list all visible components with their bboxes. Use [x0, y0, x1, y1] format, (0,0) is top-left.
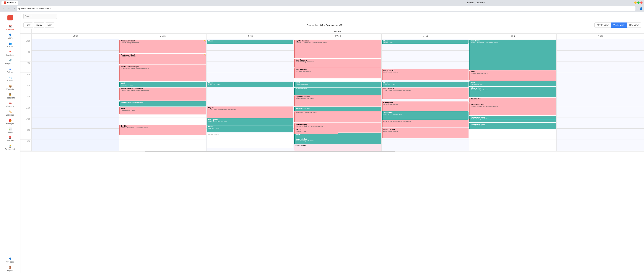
- appointment[interactable]: off with Andrea: [294, 144, 381, 151]
- day-col-tue[interactable]: blank blank Lunch with Andrea Lily Ser 2…: [206, 39, 294, 151]
- apt-name: ALICE FORAY: [383, 69, 468, 71]
- appointment[interactable]: blank Lunch with Andrea: [294, 82, 381, 87]
- maximize-button[interactable]: [637, 2, 640, 4]
- week-view-button[interactable]: Week View: [611, 23, 627, 28]
- apt-desc: Eyelash Tinting with Andrea: [121, 42, 205, 44]
- day-header-fri: 6 Fri: [469, 34, 556, 39]
- sidebar-item-policies[interactable]: ■ Policies: [0, 66, 20, 75]
- sidebar-item-calendar[interactable]: 📅 Calendar: [0, 24, 20, 32]
- apt-desc: Classic – Refill within 3 weeks with And…: [121, 68, 205, 69]
- appointment[interactable]: Nina Juncova Lashlifting with Andrea: [294, 68, 381, 78]
- appointment[interactable]: Anna Tenkata 2D/3D – Refill within 2 wee…: [382, 88, 468, 99]
- day-col-sat[interactable]: [556, 39, 644, 151]
- appointment[interactable]: Eni Ola New set – 2D/3D: [294, 128, 338, 134]
- reload-button[interactable]: ↺: [12, 7, 16, 11]
- day-col-mon[interactable]: ✏️ Paulien van Kloef Eyelash Tinting wit…: [119, 39, 206, 151]
- search-input[interactable]: [24, 14, 57, 19]
- appointment[interactable]: blank treatwell client with Andrea: [470, 70, 556, 81]
- appointment[interactable]: Détanya Vos: [470, 98, 556, 103]
- bookmark-icon[interactable]: ☆: [636, 7, 638, 10]
- appointment[interactable]: blank Lunch with Andrea: [207, 82, 294, 87]
- close-button[interactable]: [640, 2, 642, 4]
- sidebar-item-users[interactable]: 👤 Users: [0, 32, 20, 41]
- day-col-wed[interactable]: Myrthe Huisman New Set – Classic Lash Ex…: [294, 39, 382, 151]
- sidebar-item-treatments[interactable]: 💆 Treatments: [0, 92, 20, 100]
- forward-button[interactable]: →: [7, 7, 11, 11]
- appointment[interactable]: Nynke Oosterhuis Salon Thursdog with And…: [294, 95, 381, 107]
- appointment[interactable]: Masha Bertora Lashlifting with Andrea: [382, 128, 468, 138]
- appointment[interactable]: 2D/3D – Refill within 2 weeks with Andre…: [382, 120, 468, 127]
- appointment[interactable]: Nynke Oosterhuis: [294, 107, 381, 111]
- sidebar-item-products[interactable]: 📦 Products: [0, 83, 20, 92]
- appointment[interactable]: Eni Ola 2D/3D – Refill within 3 weeks wi…: [120, 125, 206, 135]
- appointment[interactable]: off with Andrea: [207, 133, 294, 148]
- apt-name: ZOE FLEER: [383, 112, 468, 114]
- appointment[interactable]: ZOE FLEER Salon Thursdog with Andrea: [382, 111, 468, 120]
- back-button[interactable]: ←: [2, 7, 6, 11]
- tab-close-button[interactable]: ×: [15, 2, 16, 4]
- profile-icon[interactable]: 👤: [640, 7, 642, 10]
- apt-desc: Lashlifting with Andrea: [383, 104, 468, 105]
- prev-button[interactable]: Prev: [24, 23, 33, 28]
- appointment[interactable]: Barbara de Grooi 2D/3D – Refill within 3…: [470, 103, 556, 115]
- sidebar-item-my-profile[interactable]: 👤 My Profile: [0, 256, 20, 264]
- appointment[interactable]: Kim Ogonda Salon Thursdog with Andrea: [207, 118, 294, 125]
- sidebar-item-clients[interactable]: 👥 Clients: [0, 41, 20, 49]
- sidebar-item-gift-cards[interactable]: 🎴 Gift Cards: [0, 135, 20, 143]
- appointment[interactable]: Cetanya Vos Lashlifting with Andrea: [382, 102, 468, 111]
- search-area: [20, 12, 644, 21]
- appointment[interactable]: ALICE FORAY Lashlifting with Andrea: [382, 69, 468, 80]
- day-col-thu[interactable]: blank Off with Andrea ALICE FORAY Lashli…: [382, 39, 469, 151]
- appointment[interactable]: blank Lunch with Andrea: [120, 82, 206, 87]
- appointment[interactable]: blank Off with Andrea: [382, 40, 468, 44]
- next-button[interactable]: Next: [45, 23, 54, 28]
- today-button[interactable]: Today: [34, 23, 44, 28]
- apt-name: blank: [208, 40, 293, 42]
- appointment[interactable]: blank: [207, 40, 294, 44]
- sidebar-item-coupons[interactable]: 🎟️ Coupons: [0, 100, 20, 109]
- appointment[interactable]: ✏️ Paulien van Kloef Lashlifting with An…: [120, 54, 206, 65]
- sidebar-item-discounts[interactable]: 🏷️ Discounts: [0, 109, 20, 117]
- sidebar-item-locations[interactable]: 📍 Locations: [0, 49, 20, 58]
- day-col-fri[interactable]: Irene Evera Hybrid – Refill within 3 wee…: [469, 39, 556, 151]
- new-tab-button[interactable]: +: [20, 1, 22, 4]
- appointment[interactable]: Pamela Phatsimo Sunstrum: [120, 101, 206, 107]
- apt-name: Nina Juncova: [296, 59, 380, 61]
- minimize-button[interactable]: [634, 2, 636, 4]
- sidebar-item-waiting-list[interactable]: ⏳ Waiting List: [0, 143, 20, 152]
- sidebar-item-packages[interactable]: 🎁 Packages: [0, 117, 20, 126]
- appointment[interactable]: Myrthe Huisman New Set – Classic Lash Ex…: [294, 40, 381, 58]
- appointment[interactable]: blank Treatwell with Andrea: [120, 107, 206, 114]
- sidebar-item-emails[interactable]: ✉️ Emails: [0, 75, 20, 83]
- apt-desc: Lashlifting with Andrea: [296, 70, 380, 72]
- appointment[interactable]: Acampora Alessia Eyelash Tinting with An…: [470, 116, 556, 122]
- sidebar-item-integrations[interactable]: 🔗 Integrations: [0, 58, 20, 66]
- appointment[interactable]: blank Lunch with Andrea: [382, 82, 468, 87]
- month-view-button[interactable]: Month View: [594, 23, 611, 28]
- horizontal-scrollbar[interactable]: [20, 151, 644, 152]
- appointment[interactable]: blank OFF with Andrea: [207, 125, 294, 132]
- appointment[interactable]: Lily Ser 2D/3D – Refill within 3 weeks w…: [207, 107, 294, 118]
- my-profile-icon: 👤: [8, 257, 12, 260]
- day-col-sun[interactable]: [32, 39, 119, 151]
- browser-tab[interactable]: Bookitu ×: [2, 1, 18, 5]
- time-label-12: 12:00: [20, 62, 32, 73]
- apt-desc: 2D/3D – Refill within 3 weeks with Andre…: [471, 105, 555, 107]
- appointment[interactable]: Nina Juncova Eyelash Tinting with Andrea: [294, 59, 381, 68]
- appointment[interactable]: Acampora Alessia Lashlifting with Andrea: [470, 123, 556, 129]
- sidebar-item-reports[interactable]: 📊 Reports: [0, 126, 20, 135]
- appointment[interactable]: Refill within 2 weeks with Andrea: [294, 111, 381, 122]
- appointment[interactable]: blank Lunch with Andrea: [470, 81, 556, 86]
- calendar-wrapper[interactable]: Andrea 1 Sun 2 Mon 3 Tue 4 Wed 5 Thu 6 F…: [20, 29, 644, 273]
- appointment[interactable]: ✏️ Paulien van Kloef Eyelash Tinting wit…: [120, 40, 206, 53]
- appointment[interactable]: Détanya Vos Salon Thursdog with Andrea: [470, 87, 556, 97]
- appointment[interactable]: Maruska van Sollingen Classic – Refill w…: [120, 65, 206, 81]
- sidebar-item-logout[interactable]: 🚪 Logout: [0, 264, 20, 273]
- scrollbar-thumb[interactable]: [145, 151, 394, 152]
- address-input[interactable]: [17, 6, 636, 11]
- sidebar: i 📅 Calendar 👤 Users 👥 Clients 📍 Locatio…: [0, 12, 20, 273]
- appointment[interactable]: Dienzi Dlavran: [294, 88, 381, 95]
- appointment[interactable]: Irene Evera Hybrid – Refill within 3 wee…: [470, 40, 556, 70]
- appointment[interactable]: Pamela Phatsimo Sunstrum Classic – Refil…: [120, 88, 206, 101]
- day-view-button[interactable]: Day View: [627, 23, 641, 28]
